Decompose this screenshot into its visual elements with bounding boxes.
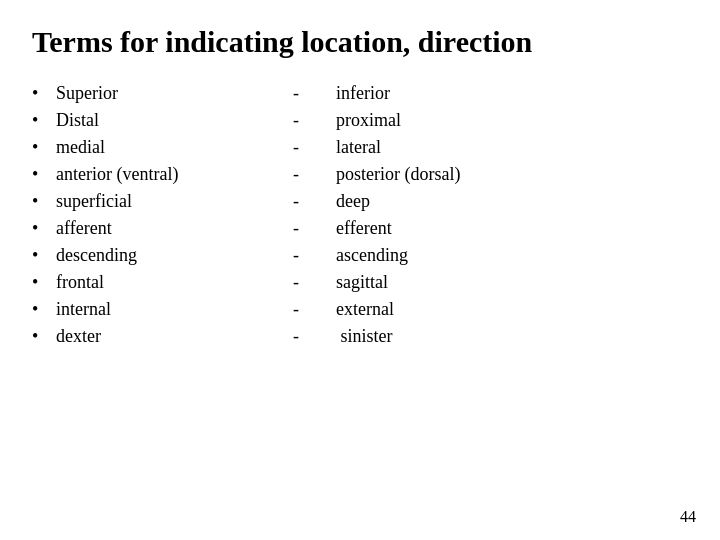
page-number: 44: [680, 508, 696, 526]
bullet-icon: •: [32, 326, 56, 347]
term-label: internal: [56, 299, 256, 320]
bullet-icon: •: [32, 110, 56, 131]
dash-separator: -: [256, 245, 336, 266]
opposite-label: posterior (dorsal): [336, 164, 688, 185]
opposite-label: sinister: [336, 326, 688, 347]
page-container: Terms for indicating location, direction…: [0, 0, 720, 540]
opposite-label: sagittal: [336, 272, 688, 293]
dash-separator: -: [256, 164, 336, 185]
term-label: Superior: [56, 83, 256, 104]
term-label: descending: [56, 245, 256, 266]
term-label: superficial: [56, 191, 256, 212]
opposite-label: ascending: [336, 245, 688, 266]
table-row: •anterior (ventral)-posterior (dorsal): [32, 161, 688, 188]
dash-separator: -: [256, 83, 336, 104]
table-row: •dexter- sinister: [32, 323, 688, 350]
dash-separator: -: [256, 191, 336, 212]
bullet-icon: •: [32, 245, 56, 266]
term-label: frontal: [56, 272, 256, 293]
bullet-icon: •: [32, 191, 56, 212]
bullet-icon: •: [32, 164, 56, 185]
bullet-icon: •: [32, 299, 56, 320]
term-label: dexter: [56, 326, 256, 347]
term-label: anterior (ventral): [56, 164, 256, 185]
dash-separator: -: [256, 218, 336, 239]
table-row: •Distal-proximal: [32, 107, 688, 134]
bullet-icon: •: [32, 137, 56, 158]
opposite-label: proximal: [336, 110, 688, 131]
dash-separator: -: [256, 299, 336, 320]
opposite-label: lateral: [336, 137, 688, 158]
dash-separator: -: [256, 272, 336, 293]
table-row: •superficial-deep: [32, 188, 688, 215]
terms-table: •Superior-inferior•Distal-proximal•media…: [32, 80, 688, 520]
opposite-label: inferior: [336, 83, 688, 104]
table-row: •internal-external: [32, 296, 688, 323]
bullet-icon: •: [32, 218, 56, 239]
table-row: •medial-lateral: [32, 134, 688, 161]
opposite-label: efferent: [336, 218, 688, 239]
term-label: medial: [56, 137, 256, 158]
table-row: •Superior-inferior: [32, 80, 688, 107]
opposite-label: external: [336, 299, 688, 320]
bullet-icon: •: [32, 83, 56, 104]
bullet-icon: •: [32, 272, 56, 293]
dash-separator: -: [256, 110, 336, 131]
term-label: afferent: [56, 218, 256, 239]
page-title: Terms for indicating location, direction: [32, 24, 688, 60]
table-row: •afferent-efferent: [32, 215, 688, 242]
dash-separator: -: [256, 326, 336, 347]
table-row: •frontal-sagittal: [32, 269, 688, 296]
dash-separator: -: [256, 137, 336, 158]
term-label: Distal: [56, 110, 256, 131]
table-row: •descending-ascending: [32, 242, 688, 269]
opposite-label: deep: [336, 191, 688, 212]
